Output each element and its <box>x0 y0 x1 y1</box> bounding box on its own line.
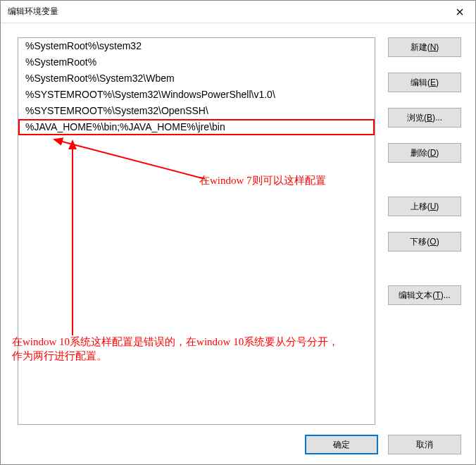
list-item[interactable]: %SYSTEMROOT%\System32\OpenSSH\ <box>18 103 375 119</box>
list-item-highlighted[interactable]: %JAVA_HOME%\bin;%JAVA_HOME%\jre\bin <box>18 119 375 135</box>
btn-label: 下移(O) <box>410 236 439 248</box>
close-icon[interactable] <box>444 1 475 23</box>
btn-label: 浏览(B)... <box>407 112 442 124</box>
btn-label: 删除(D) <box>411 147 439 159</box>
title-text: 编辑环境变量 <box>8 6 58 18</box>
btn-label: 新建(N) <box>411 42 439 54</box>
dialog-window: 编辑环境变量 %SystemRoot%\system32 %SystemRoot… <box>0 0 476 465</box>
list-item[interactable]: %SystemRoot%\system32 <box>18 38 375 54</box>
side-buttons: 新建(N) 编辑(E) 浏览(B)... 删除(D) 上移(U) 下移(O) 编… <box>388 37 461 425</box>
list-item[interactable]: %SystemRoot% <box>18 54 375 70</box>
btn-label: 编辑(E) <box>411 77 439 89</box>
titlebar: 编辑环境变量 <box>1 1 475 23</box>
svg-line-0 <box>54 140 205 179</box>
edit-text-button[interactable]: 编辑文本(T)... <box>388 285 461 305</box>
dialog-footer: 确定 取消 <box>1 425 475 464</box>
move-down-button[interactable]: 下移(O) <box>388 232 461 252</box>
path-listbox[interactable]: %SystemRoot%\system32 %SystemRoot% %Syst… <box>18 37 375 425</box>
annotation-right: 在window 7则可以这样配置 <box>199 173 326 188</box>
cancel-button[interactable]: 取消 <box>388 435 461 454</box>
list-item[interactable]: %SYSTEMROOT%\System32\WindowsPowerShell\… <box>18 87 375 103</box>
browse-button[interactable]: 浏览(B)... <box>388 108 461 128</box>
new-button[interactable]: 新建(N) <box>388 37 461 57</box>
ok-button[interactable]: 确定 <box>305 435 378 454</box>
dialog-body: %SystemRoot%\system32 %SystemRoot% %Syst… <box>1 23 475 425</box>
btn-label: 编辑文本(T)... <box>399 290 450 302</box>
move-up-button[interactable]: 上移(U) <box>388 197 461 216</box>
edit-button[interactable]: 编辑(E) <box>388 73 461 92</box>
delete-button[interactable]: 删除(D) <box>388 143 461 163</box>
list-item[interactable]: %SystemRoot%\System32\Wbem <box>18 70 375 87</box>
btn-label: 上移(U) <box>411 201 439 213</box>
